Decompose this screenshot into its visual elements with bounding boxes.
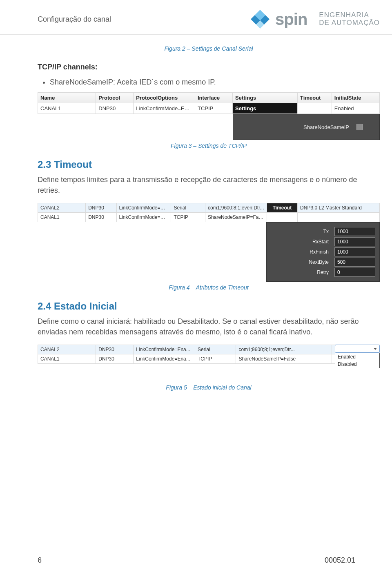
- figure5: CANAL2 DNP30 LinkConfirmMode=Ena... Seri…: [38, 345, 380, 364]
- section-2-4-body: Define como o canal iniciará: habilitado…: [38, 316, 380, 337]
- figure3: Name Protocol ProtocolOptions Interface …: [38, 92, 380, 149]
- table-header[interactable]: InitialState: [332, 93, 379, 103]
- combo-option-enabled[interactable]: Enabled: [335, 353, 379, 361]
- figure2-caption: Figura 2 – Settings de Canal Serial: [38, 45, 380, 52]
- doc-number: 00052.01: [325, 556, 355, 565]
- combo-list: Enabled Disabled: [335, 353, 380, 368]
- sharenode-label: ShareNodeSameIP: [303, 124, 349, 130]
- table-header[interactable]: ProtocolOptions: [134, 93, 195, 103]
- tcpip-heading: TCP/IP channels:: [38, 62, 380, 72]
- page-header: Configuração do canal spin ENGENHARIA DE…: [0, 0, 392, 35]
- table-row: CANAL1 DNP30 LinkConfirmMode=Ena... TCPI…: [38, 213, 380, 222]
- timeout-retry-input[interactable]: [334, 268, 375, 277]
- logo-block: spin ENGENHARIA DE AUTOMAÇÃO: [249, 8, 380, 30]
- table-row: CANAL1 DNP30 LinkConfirmMode=Ena... TCPI…: [38, 103, 380, 114]
- figure5-caption: Figura 5 – Estado inicial do Canal: [38, 384, 380, 391]
- tagline: ENGENHARIA DE AUTOMAÇÃO: [313, 11, 380, 27]
- table-header[interactable]: Timeout: [298, 93, 332, 103]
- tcpip-bullet-list: ShareNodeSameIP: Aceita IED´s com o mesm…: [38, 78, 380, 87]
- combo-option-disabled[interactable]: Disabled: [335, 361, 379, 368]
- section-2-3-body: Define tempos limites para a transmissão…: [38, 174, 380, 196]
- timeout-nextbyte-input[interactable]: [334, 258, 375, 267]
- spin-logo-icon: [249, 8, 271, 30]
- table-header[interactable]: Name: [38, 93, 96, 103]
- figure3-caption: Figura 3 – Settings de TCP/IP: [38, 142, 380, 149]
- timeout-tx-input[interactable]: [334, 227, 375, 236]
- table-header[interactable]: Protocol: [96, 93, 134, 103]
- section-2-4-title: 2.4 Estado Inicial: [38, 301, 380, 312]
- section-2-3-title: 2.3 Timeout: [38, 159, 380, 170]
- sharenode-checkbox[interactable]: [356, 124, 363, 130]
- chevron-down-icon: [374, 348, 377, 350]
- brand-text: spin: [275, 10, 307, 29]
- settings-cell[interactable]: Settings: [233, 103, 298, 114]
- tcpip-bullet: ShareNodeSameIP: Aceita IED´s com o mesm…: [50, 78, 380, 87]
- table-row: CANAL1 DNP30 LinkConfirmMode=Ena... TCPI…: [38, 354, 380, 364]
- header-title: Configuração do canal: [38, 15, 111, 24]
- timeout-rxfinish-input[interactable]: [334, 247, 375, 256]
- initialstate-combo[interactable]: Enabled Disabled: [335, 345, 380, 368]
- figure5-table: CANAL2 DNP30 LinkConfirmMode=Ena... Seri…: [38, 345, 380, 364]
- page-number: 6: [38, 556, 42, 565]
- table-header[interactable]: Settings: [233, 93, 298, 103]
- figure3-table: Name Protocol ProtocolOptions Interface …: [38, 92, 380, 114]
- table-row: CANAL2 DNP30 LinkConfirmMode=Ena... Seri…: [38, 345, 380, 354]
- combo-field[interactable]: [335, 345, 380, 353]
- sharenode-panel: ShareNodeSameIP: [233, 114, 380, 140]
- timeout-cell[interactable]: Timeout: [267, 203, 297, 213]
- figure4: CANAL2 DNP30 LinkConfirmMode=Ena... Seri…: [38, 203, 380, 291]
- timeout-panel: Tx RxStart RxFinish NextByte Retry: [266, 222, 380, 282]
- table-header[interactable]: Interface: [195, 93, 233, 103]
- figure4-caption: Figura 4 – Atributos de Timeout: [38, 284, 380, 291]
- figure4-table: CANAL2 DNP30 LinkConfirmMode=Ena... Seri…: [38, 203, 380, 222]
- table-row: CANAL2 DNP30 LinkConfirmMode=Ena... Seri…: [38, 203, 380, 213]
- timeout-rxstart-input[interactable]: [334, 237, 375, 246]
- page-footer: 6 00052.01: [38, 556, 355, 565]
